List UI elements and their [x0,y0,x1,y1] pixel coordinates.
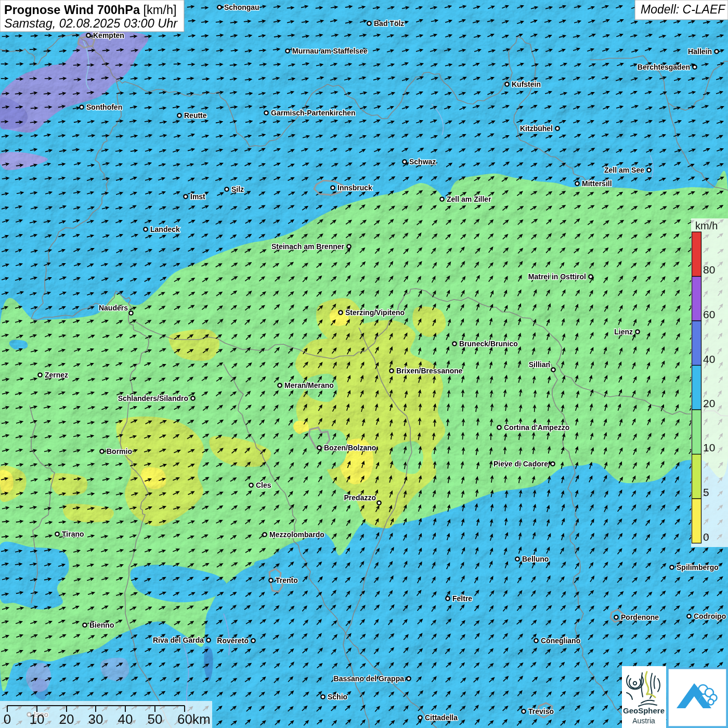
svg-text:Rovereto: Rovereto [217,636,249,645]
svg-text:Zell am See: Zell am See [604,166,644,174]
svg-text:Berchtesgaden: Berchtesgaden [638,63,690,71]
svg-text:Imst: Imst [190,192,205,201]
svg-text:Mezzolombardo: Mezzolombardo [269,530,324,539]
svg-text:Bozen/Bolzano: Bozen/Bolzano [324,444,376,452]
svg-text:Brixen/Bressanone: Brixen/Bressanone [396,367,463,375]
svg-text:30: 30 [88,711,103,727]
svg-text:Schio: Schio [328,693,347,701]
svg-text:Pordenone: Pordenone [621,613,659,621]
svg-text:Cortina d'Ampezzo: Cortina d'Ampezzo [504,423,569,432]
svg-text:Pieve di Cadore: Pieve di Cadore [493,460,548,468]
svg-text:Zell am Ziller: Zell am Ziller [447,195,491,203]
svg-text:Hallein: Hallein [688,47,712,56]
svg-text:40: 40 [703,353,715,365]
svg-text:Tirano: Tirano [62,530,84,538]
svg-text:10: 10 [703,441,715,453]
svg-text:Silz: Silz [231,185,244,193]
svg-text:Kufstein: Kufstein [512,80,541,88]
svg-text:Prognose Wind 700hPa [km/h]: Prognose Wind 700hPa [km/h] [4,3,176,17]
svg-text:Mittersill: Mittersill [582,179,612,188]
svg-text:Meran/Merano: Meran/Merano [284,381,334,389]
svg-text:Spilimbergo: Spilimbergo [677,563,719,571]
svg-text:60: 60 [703,308,715,320]
svg-text:Reutte: Reutte [184,111,207,120]
svg-text:Predazzo: Predazzo [344,493,376,502]
svg-text:Codroipo: Codroipo [694,612,726,620]
svg-text:60km: 60km [177,711,211,727]
svg-text:Bruneck/Brunico: Bruneck/Brunico [459,340,518,348]
svg-text:Modell: C-LAEF: Modell: C-LAEF [641,3,726,16]
svg-text:Cles: Cles [256,481,271,489]
svg-text:Steinach am Brenner: Steinach am Brenner [271,242,345,251]
svg-text:40: 40 [118,711,133,727]
svg-text:Bienno: Bienno [89,621,114,629]
svg-text:Zernez: Zernez [45,371,68,379]
svg-text:Conegliano: Conegliano [541,636,580,645]
svg-text:Matrei in Osttirol: Matrei in Osttirol [528,272,586,281]
svg-text:Sillian: Sillian [529,360,550,369]
svg-text:Schlanders/Silandro: Schlanders/Silandro [118,394,188,402]
svg-text:Bormio: Bormio [107,447,132,456]
svg-text:Kitzbühel: Kitzbühel [520,124,553,133]
svg-text:10: 10 [30,711,45,727]
svg-text:GeoSphere: GeoSphere [623,706,665,715]
svg-text:Schongau: Schongau [224,3,259,11]
svg-text:Cittadella: Cittadella [425,713,458,722]
svg-text:50: 50 [148,711,163,727]
svg-text:Sterzing/Vipiteno: Sterzing/Vipiteno [345,308,405,317]
svg-text:km/h: km/h [695,220,718,231]
svg-text:Treviso: Treviso [528,707,554,716]
svg-text:5: 5 [703,486,709,498]
svg-text:Trento: Trento [276,576,298,584]
svg-text:Austria: Austria [632,717,655,725]
svg-text:Schwaz: Schwaz [409,158,436,166]
svg-text:Murnau am Staffelsee: Murnau am Staffelsee [292,47,368,55]
svg-text:Feltre: Feltre [452,594,472,603]
svg-text:Belluno: Belluno [522,555,549,563]
svg-text:Landeck: Landeck [150,225,180,233]
svg-text:20: 20 [703,397,715,409]
svg-text:Garmisch-Partenkirchen: Garmisch-Partenkirchen [271,109,356,117]
svg-text:0: 0 [4,711,11,727]
svg-text:Bassano del Grappa: Bassano del Grappa [334,674,405,683]
svg-text:Bad Tölz: Bad Tölz [374,19,404,28]
svg-text:20: 20 [59,711,74,727]
svg-text:0: 0 [703,531,709,543]
svg-text:Samstag, 02.08.2025 03:00 Uhr: Samstag, 02.08.2025 03:00 Uhr [4,17,178,30]
svg-text:Riva del Garda: Riva del Garda [153,636,204,644]
svg-text:Innsbruck: Innsbruck [337,184,372,192]
svg-text:Kempten: Kempten [93,31,124,40]
svg-text:80: 80 [703,264,715,276]
svg-text:Lienz: Lienz [614,328,633,336]
svg-text:Nauders: Nauders [99,304,128,312]
svg-text:Sonthofen: Sonthofen [86,103,122,111]
